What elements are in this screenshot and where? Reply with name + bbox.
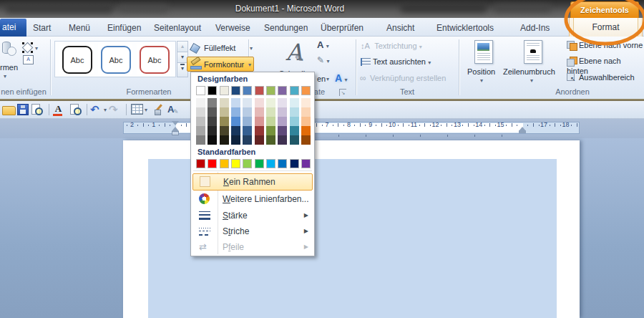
theme-tint-swatch[interactable] xyxy=(196,135,205,145)
shape-circle-icon[interactable] xyxy=(7,47,16,56)
print-preview-icon[interactable] xyxy=(31,104,43,116)
standard-color-swatch[interactable] xyxy=(231,159,240,168)
theme-tint-swatch[interactable] xyxy=(266,117,275,126)
theme-tint-swatch[interactable] xyxy=(231,135,240,145)
theme-tint-swatch[interactable] xyxy=(290,126,299,135)
zeilenumbruch-button[interactable]: Zeilenumbruch ▾ xyxy=(502,39,562,85)
text-ausrichten-button[interactable]: Text ausrichten ▾ xyxy=(361,57,431,67)
menu-item-weitere-linienfarben[interactable]: Weitere Linienfarben... xyxy=(192,191,313,207)
shape-style-2[interactable]: Abc xyxy=(98,44,132,74)
theme-tint-swatch[interactable] xyxy=(301,135,311,145)
formkontur-button[interactable]: Formkontur ▾ xyxy=(187,57,254,72)
print-preview-icon[interactable] xyxy=(69,104,82,116)
theme-tint-swatch[interactable] xyxy=(290,117,299,126)
left-indent-marker[interactable] xyxy=(172,131,179,135)
theme-tint-swatch[interactable] xyxy=(278,135,287,145)
theme-tint-swatch[interactable] xyxy=(196,117,205,126)
tab-berprfen[interactable]: Überprüfen xyxy=(321,20,364,36)
theme-tint-swatch[interactable] xyxy=(243,126,252,135)
open-icon[interactable] xyxy=(2,106,16,115)
theme-tint-swatch[interactable] xyxy=(255,98,264,107)
theme-tint-swatch[interactable] xyxy=(220,98,229,107)
tab-entwicklertools[interactable]: Entwicklertools xyxy=(436,20,494,36)
tab-datei[interactable]: atei xyxy=(0,19,26,37)
table-icon[interactable] xyxy=(131,104,143,115)
theme-tint-swatch[interactable] xyxy=(278,98,287,107)
tab-men[interactable]: Menü xyxy=(69,20,90,36)
selection-pane-button[interactable]: ↖ Auswahlbereich xyxy=(567,72,635,82)
theme-tint-swatch[interactable] xyxy=(243,117,252,126)
theme-tint-swatch[interactable] xyxy=(278,126,287,135)
tab-einfgen[interactable]: Einfügen xyxy=(107,20,141,36)
theme-tint-swatch[interactable] xyxy=(220,117,229,126)
verknuepfung-button[interactable]: ∞ Verknüpfung erstellen xyxy=(360,73,446,83)
standard-color-swatch[interactable] xyxy=(278,159,287,168)
standard-color-swatch[interactable] xyxy=(266,159,275,168)
theme-tint-swatch[interactable] xyxy=(266,126,275,135)
text-outline-button[interactable]: ✎ ▾ xyxy=(317,55,329,65)
menu-item-st-rke[interactable]: Stärke▶ xyxy=(192,208,313,223)
theme-color-swatch[interactable] xyxy=(301,86,311,95)
theme-tint-swatch[interactable] xyxy=(208,117,217,126)
tab-sendungen[interactable]: Sendungen xyxy=(264,20,308,36)
standard-color-swatch[interactable] xyxy=(196,159,205,168)
standard-color-swatch[interactable] xyxy=(220,159,229,168)
theme-color-swatch[interactable] xyxy=(208,86,217,95)
textbox-icon[interactable]: A xyxy=(23,55,34,64)
theme-color-swatch[interactable] xyxy=(231,86,240,95)
theme-tint-swatch[interactable] xyxy=(255,117,264,126)
shape-style-3[interactable]: Abc xyxy=(137,44,171,74)
right-indent-marker[interactable] xyxy=(519,127,526,133)
theme-tint-swatch[interactable] xyxy=(243,135,252,145)
format-painter-icon[interactable] xyxy=(153,104,165,116)
chevron-down-icon[interactable]: ▾ xyxy=(104,107,107,113)
standard-color-swatch[interactable] xyxy=(208,159,217,168)
theme-color-swatch[interactable] xyxy=(266,86,275,95)
textrichtung-button[interactable]: ↕A Textrichtung ▾ xyxy=(361,41,422,51)
theme-tint-swatch[interactable] xyxy=(231,98,240,107)
chevron-down-icon[interactable]: ▾ xyxy=(35,45,38,52)
standard-color-swatch[interactable] xyxy=(243,159,252,168)
text-effects-button[interactable]: A ▾ xyxy=(335,72,348,84)
standard-color-swatch[interactable] xyxy=(301,159,311,168)
theme-tint-swatch[interactable] xyxy=(243,98,252,107)
theme-tint-swatch[interactable] xyxy=(231,126,240,135)
theme-color-swatch[interactable] xyxy=(220,86,229,95)
theme-tint-swatch[interactable] xyxy=(290,98,299,107)
tab-addins[interactable]: Add-Ins xyxy=(520,20,550,36)
chevron-down-icon[interactable]: ▾ xyxy=(4,73,6,80)
tab-format[interactable]: Format xyxy=(573,18,638,37)
theme-tint-swatch[interactable] xyxy=(255,107,264,117)
theme-tint-swatch[interactable] xyxy=(301,98,311,107)
theme-tint-swatch[interactable] xyxy=(290,107,299,117)
undo-icon[interactable]: ↶ xyxy=(90,104,102,116)
theme-color-swatch[interactable] xyxy=(255,86,264,95)
theme-color-swatch[interactable] xyxy=(290,86,299,95)
theme-tint-swatch[interactable] xyxy=(208,126,217,135)
theme-tint-swatch[interactable] xyxy=(196,98,205,107)
theme-tint-swatch[interactable] xyxy=(266,135,275,145)
save-icon[interactable] xyxy=(17,104,29,115)
position-button[interactable]: Position ▾ xyxy=(465,39,501,85)
theme-tint-swatch[interactable] xyxy=(301,117,311,126)
tab-verweise[interactable]: Verweise xyxy=(215,20,250,36)
theme-tint-swatch[interactable] xyxy=(266,98,275,107)
standard-color-swatch[interactable] xyxy=(255,159,264,168)
text-fill-button[interactable]: A ▾ xyxy=(317,39,329,50)
theme-tint-swatch[interactable] xyxy=(231,107,240,117)
gallery-scroll-up-icon[interactable]: ▴ xyxy=(177,41,188,52)
theme-tint-swatch[interactable] xyxy=(220,135,229,145)
theme-tint-swatch[interactable] xyxy=(208,135,217,145)
tab-ansicht[interactable]: Ansicht xyxy=(386,20,414,36)
theme-color-swatch[interactable] xyxy=(243,86,252,95)
theme-tint-swatch[interactable] xyxy=(278,107,287,117)
chevron-down-icon[interactable]: ▾ xyxy=(145,107,147,113)
theme-tint-swatch[interactable] xyxy=(301,107,311,117)
theme-color-swatch[interactable] xyxy=(278,86,287,95)
theme-tint-swatch[interactable] xyxy=(266,107,275,117)
tab-start[interactable]: Start xyxy=(33,20,51,36)
fuelleffekt-button[interactable]: Fülleffekt ▾ xyxy=(188,42,254,56)
theme-tint-swatch[interactable] xyxy=(231,117,240,126)
theme-tint-swatch[interactable] xyxy=(290,135,299,145)
theme-tint-swatch[interactable] xyxy=(255,126,264,135)
